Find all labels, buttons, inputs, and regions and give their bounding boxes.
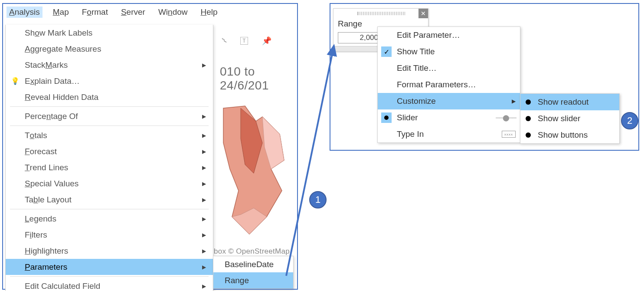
menu-show-mark-labels[interactable]: Show Mark LabelsShow Mark Labels: [6, 25, 213, 41]
sub-show-readout-label: Show readout: [538, 97, 588, 107]
drag-grip-icon[interactable]: [357, 12, 405, 15]
submenu-range[interactable]: Range: [213, 272, 293, 288]
viz-title-fragment: 010 to 24/6/201: [220, 65, 297, 93]
menu-help[interactable]: HelpHelp: [198, 7, 220, 18]
menu-analysis[interactable]: AAnalysisnalysis: [7, 7, 42, 18]
ctx-type-in[interactable]: Type In xxxx: [378, 126, 520, 142]
separator: [10, 106, 209, 107]
map-fragment: [215, 104, 297, 238]
radio-selected-icon: [381, 112, 392, 123]
slider-icon: ──⬤──: [496, 114, 516, 121]
bullet-icon: [526, 116, 531, 121]
ctx-slider-label: Slider: [397, 113, 418, 122]
menu-percentage-of[interactable]: Percentage OfPercentage Of▶: [6, 108, 213, 124]
chevron-right-icon: ▶: [202, 132, 206, 139]
bullet-icon: [526, 99, 531, 105]
menu-filters[interactable]: FiltersFilters▶: [6, 227, 213, 243]
sub-show-slider-label: Show slider: [538, 114, 580, 123]
sub-show-buttons[interactable]: Show buttons: [520, 127, 619, 143]
sub-show-slider[interactable]: Show slider: [520, 110, 619, 127]
separator: [10, 276, 209, 277]
ctx-format-parameters[interactable]: Format Parameters…: [378, 76, 520, 93]
chevron-right-icon: ▶: [202, 62, 206, 68]
ctx-edit-title[interactable]: Edit Title…: [378, 60, 520, 76]
parameters-submenu: BaselineDate Range: [213, 256, 294, 289]
input-box-icon: xxxx: [502, 131, 516, 138]
menu-aggregate-measures[interactable]: Aggregate MeasuresAggregate Measures: [6, 41, 213, 57]
ctx-customize-label: Customize: [397, 96, 436, 106]
customize-submenu: Show readout Show slider Show buttons: [520, 93, 620, 144]
pin-icon[interactable]: 📌: [262, 36, 271, 46]
menu-highlighters[interactable]: HighlightersHighlighters▶: [6, 243, 213, 259]
menu-map[interactable]: MapMap: [50, 7, 72, 18]
annotation-badge-1: 1: [309, 191, 327, 208]
menu-special-values[interactable]: Special ValuesSpecial Values▶: [6, 175, 213, 192]
menu-forecast[interactable]: ForecastForecast▶: [6, 143, 213, 159]
chevron-right-icon: ▶: [202, 113, 206, 119]
lightbulb-icon: 💡: [11, 77, 20, 85]
map-attribution-fragment: box © OpenStreetMap: [214, 247, 290, 256]
menu-explain-data[interactable]: 💡Explain Data…Explain Data…: [6, 73, 213, 89]
chevron-right-icon: ▶: [202, 232, 206, 238]
ctx-edit-parameter[interactable]: Edit Parameter…: [378, 27, 520, 43]
toolbar-icons: ⌇ T 📌: [222, 36, 271, 46]
menu-format[interactable]: FormatFormat: [79, 7, 111, 18]
ctx-customize[interactable]: Customize ▶: [378, 93, 520, 109]
chevron-right-icon: ▶: [202, 181, 206, 187]
chevron-right-icon: ▶: [202, 248, 206, 254]
bullet-icon: [526, 132, 531, 138]
left-panel: AAnalysisnalysis MapMap FormatFormat Ser…: [2, 3, 298, 290]
menu-edit-calc-field[interactable]: Edit Calculated FieldEdit Calculated Fie…: [6, 278, 213, 291]
menu-parameters[interactable]: ParametersParameters▶: [6, 259, 213, 275]
ctx-show-title-label: Show Title: [397, 47, 435, 56]
chevron-right-icon: ▶: [202, 264, 206, 270]
right-panel: ✕ Range Edit Parameter… ✓ Show Title Edi…: [330, 3, 639, 151]
parameter-value-input[interactable]: [338, 32, 381, 43]
menubar: AAnalysisnalysis MapMap FormatFormat Ser…: [3, 4, 297, 20]
chevron-right-icon: ▶: [202, 283, 206, 289]
menu-totals[interactable]: TotalsTotals▶: [6, 127, 213, 143]
analysis-dropdown: Show Mark LabelsShow Mark Labels Aggrega…: [5, 25, 213, 291]
chevron-right-icon: ▶: [202, 197, 206, 203]
submenu-baselinedate[interactable]: BaselineDate: [213, 256, 293, 272]
ctx-slider[interactable]: Slider ──⬤──: [378, 109, 520, 126]
menu-legends[interactable]: LegendsLegends▶: [6, 211, 213, 227]
menu-server[interactable]: ServerServer: [118, 7, 148, 18]
menu-trend-lines[interactable]: Trend LinesTrend Lines▶: [6, 159, 213, 175]
text-box-icon[interactable]: T: [240, 37, 248, 45]
chevron-right-icon: ▶: [202, 216, 206, 222]
close-icon[interactable]: ✕: [418, 9, 428, 18]
chevron-right-icon: ▶: [202, 165, 206, 171]
annotation-badge-2: 2: [621, 112, 638, 129]
parameter-context-menu: Edit Parameter… ✓ Show Title Edit Title……: [377, 26, 520, 143]
sub-show-buttons-label: Show buttons: [538, 130, 588, 140]
sub-show-readout[interactable]: Show readout: [520, 94, 619, 110]
menu-stack-marks[interactable]: Stack MarksStack Marks▶: [6, 57, 213, 73]
ctx-show-title[interactable]: ✓ Show Title: [378, 43, 520, 60]
ctx-typein-label: Type In: [397, 129, 424, 139]
separator: [10, 126, 209, 126]
paperclip-icon[interactable]: ⌇: [220, 36, 229, 46]
menu-window[interactable]: WindowWindow: [156, 7, 190, 18]
chevron-right-icon: ▶: [202, 149, 206, 155]
chevron-right-icon: ▶: [512, 98, 516, 104]
separator: [10, 209, 209, 209]
checkmark-icon: ✓: [381, 46, 392, 57]
menu-reveal-hidden[interactable]: Reveal Hidden DataReveal Hidden Data: [6, 89, 213, 105]
menu-table-layout[interactable]: Table LayoutTable Layout▶: [6, 192, 213, 208]
